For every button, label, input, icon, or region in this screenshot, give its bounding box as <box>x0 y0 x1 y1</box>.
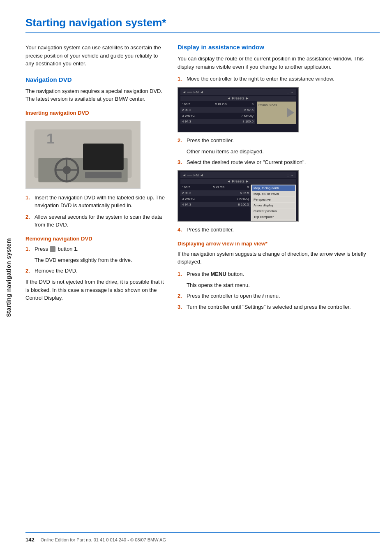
removing-heading: Removing navigation DVD <box>25 236 165 242</box>
svg-rect-7 <box>83 143 124 170</box>
inserting-step-1: 1. Insert the navigation DVD with the la… <box>25 194 165 210</box>
display-intro: You can display the route or the current… <box>178 55 380 71</box>
display-step-2: 2. Press the controller. <box>178 136 380 145</box>
display-step-3-list: 3. Select the desired route view or "Cur… <box>178 158 380 166</box>
arrow-step-3: 3. Turn the controller until "Settings" … <box>178 303 380 311</box>
intro-text: Your navigation system can use satellite… <box>25 44 165 68</box>
left-column: Your navigation system can use satellite… <box>25 44 165 520</box>
removing-step-1: 1. Press button 1. <box>25 245 165 253</box>
display-step-2-subtext: Other menu items are displayed. <box>187 148 380 156</box>
arrow-intro: If the navigation system suggests a chan… <box>178 250 380 266</box>
svg-rect-8 <box>85 172 122 178</box>
display-heading: Display in assistance window <box>178 44 380 51</box>
page-container: Starting navigation system Starting navi… <box>0 0 392 555</box>
arrow-step-1-subtext: This opens the start menu. <box>187 281 380 289</box>
arrow-steps-list: 1. Press the MENU button. <box>178 270 380 278</box>
arrow-heading: Displaying arrow view in map view* <box>178 240 380 247</box>
inserting-step-2: 2. Allow several seconds for the system … <box>25 213 165 229</box>
removing-step-2-list: 2. Remove the DVD. <box>25 267 165 275</box>
arrow-step-2-list: 2. Press the controller to open the i me… <box>178 292 380 311</box>
main-content: Starting navigation system* Your navigat… <box>17 0 392 555</box>
removing-note: If the DVD is not ejected from the drive… <box>25 278 165 302</box>
sidebar-label: Starting navigation system <box>5 238 12 317</box>
footer-text: Online Edition for Part no. 01 41 0 014 … <box>41 537 166 542</box>
footer-page-number: 142 <box>25 536 35 543</box>
nav-dvd-heading: Navigation DVD <box>25 76 165 83</box>
removing-step-2: 2. Remove the DVD. <box>25 267 165 275</box>
display-steps-list: 1. Move the controller to the right to e… <box>178 75 380 83</box>
removing-steps-list: 1. Press button 1. <box>25 245 165 253</box>
sidebar: Starting navigation system <box>0 0 17 555</box>
inserting-heading: Inserting navigation DVD <box>25 110 165 116</box>
nav-dvd-text: The navigation system requires a special… <box>25 87 165 103</box>
display-step-1: 1. Move the controller to the right to e… <box>178 75 380 83</box>
arrow-step-1: 1. Press the MENU button. <box>178 270 380 278</box>
page-title: Starting navigation system* <box>25 16 380 33</box>
display-step-3: 3. Select the desired route view or "Cur… <box>178 158 380 166</box>
footer: 142 Online Edition for Part no. 01 41 0 … <box>25 532 380 543</box>
right-column: Display in assistance window You can dis… <box>178 44 380 520</box>
display-steps-2-3: 2. Press the controller. <box>178 136 380 145</box>
car-image: 1 <box>25 121 141 189</box>
svg-text:1: 1 <box>46 130 55 147</box>
two-col-layout: Your navigation system can use satellite… <box>25 44 380 520</box>
screen-image-2: ◄ ══ FM ◄ □ → ◄ Presets ► 103.5 5 KLO <box>178 170 299 222</box>
display-step-4-list: 4. Press the controller. <box>178 226 380 234</box>
arrow-step-2: 2. Press the controller to open the i me… <box>178 292 380 300</box>
removing-step-1-subtext: The DVD emerges slightly from the drive. <box>35 256 165 264</box>
dvd-button-icon <box>50 246 55 252</box>
display-step-4: 4. Press the controller. <box>178 226 380 234</box>
inserting-steps-list: 1. Insert the navigation DVD with the la… <box>25 194 165 229</box>
screen-image-1: ◄ ══ FM ◄ □ → ◄ Presets ► 103.5 5 KLO <box>178 87 299 132</box>
